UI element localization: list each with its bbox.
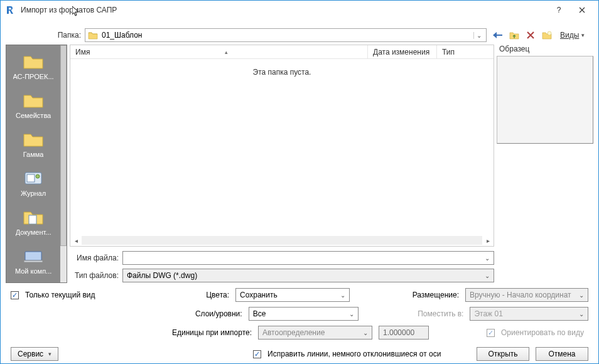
places-item-label: Документ... [16, 228, 51, 236]
orient-to-view-label: Ориентировать по виду [501, 328, 584, 337]
svg-point-3 [36, 174, 40, 178]
folder-icon [22, 53, 45, 70]
layers-value: Все [253, 309, 266, 318]
folder-toolbar: Папка: 01_Шаблон ⌄ Виды ▼ [1, 27, 598, 43]
fix-lines-checkbox[interactable] [253, 350, 261, 358]
svg-rect-5 [25, 252, 41, 260]
sort-asc-icon: ▴ [225, 49, 228, 55]
filetype-value: Файлы DWG (*.dwg) [127, 271, 197, 280]
folder-combobox[interactable]: 01_Шаблон ⌄ [85, 28, 487, 42]
help-button[interactable]: ? [549, 6, 568, 14]
units-scale-input: 1.000000 [379, 326, 429, 340]
placement-label: Размещение: [400, 291, 459, 299]
units-scale-value: 1.000000 [383, 328, 414, 337]
place-at-label: Поместить в: [407, 309, 463, 318]
current-view-only-label: Только текущий вид [25, 291, 95, 299]
svg-rect-6 [24, 260, 43, 262]
file-list-empty: Эта папка пуста. [70, 59, 494, 235]
colors-label: Цвета: [192, 291, 229, 299]
folder-icon [22, 131, 45, 148]
col-name-label: Имя [75, 48, 90, 56]
col-type[interactable]: Тип [437, 45, 494, 58]
filetype-dropdown-icon: ⌄ [485, 272, 490, 279]
place-at-value: Этаж 01 [474, 309, 502, 318]
scroll-left-icon[interactable]: ◂ [70, 237, 82, 244]
places-item[interactable]: Гамма [8, 126, 59, 163]
scroll-right-icon[interactable]: ▸ [482, 237, 494, 244]
delete-icon[interactable] [524, 29, 537, 41]
cancel-button[interactable]: Отмена [536, 347, 588, 361]
svg-point-0 [548, 31, 551, 35]
places-item[interactable]: Мой комп... [8, 242, 59, 280]
layers-combobox[interactable]: Все⌄ [249, 307, 359, 321]
placement-value: Вручную - Начало координат [470, 291, 571, 299]
preview-panel: Образец [497, 45, 593, 283]
places-item[interactable]: Документ... [8, 203, 59, 241]
units-label: Единицы при импорте: [159, 328, 252, 337]
close-button[interactable] [568, 1, 596, 19]
col-date[interactable]: Дата изменения [368, 45, 437, 58]
back-icon[interactable] [492, 29, 504, 41]
placement-combobox[interactable]: Вручную - Начало координат⌄ [465, 288, 588, 302]
folder-dropdown-icon: ⌄ [473, 32, 483, 39]
orient-to-view-checkbox [487, 329, 495, 337]
place-at-combobox: Этаж 01⌄ [470, 307, 588, 321]
col-name[interactable]: Имя ▴ [70, 45, 368, 58]
fix-lines-label: Исправить линии, немного отклонившиеся о… [267, 350, 441, 358]
filetype-label: Тип файлов: [70, 271, 122, 280]
service-button[interactable]: Сервис [11, 347, 58, 361]
places-item[interactable]: АС-ПРОЕК... [8, 48, 59, 85]
main-area: АС-ПРОЕК...СемействаГаммаЖурналДокумент.… [1, 45, 598, 283]
titlebar: Импорт из форматов САПР ? [1, 1, 598, 19]
places-item[interactable]: Журнал [8, 164, 59, 202]
views-label: Виды [560, 31, 579, 40]
places-item[interactable]: Семейства [8, 87, 59, 124]
places-sidebar: АС-ПРОЕК...СемействаГаммаЖурналДокумент.… [6, 45, 67, 283]
open-button[interactable]: Открыть [477, 347, 529, 361]
window-title: Импорт из форматов САПР [21, 6, 549, 14]
places-item-label: Семейства [16, 112, 51, 119]
layers-label: Слои/уровни: [180, 309, 242, 318]
views-menu[interactable]: Виды ▼ [557, 29, 588, 41]
folder-nav-icons: Виды ▼ [492, 29, 588, 41]
folder-icon [22, 92, 45, 109]
places-item-label: Мой комп... [15, 267, 51, 275]
file-fields: Имя файла: ⌄ Тип файлов: Файлы DWG (*.dw… [70, 250, 494, 283]
journal-icon [22, 169, 45, 187]
svg-rect-4 [29, 215, 36, 224]
places-item-label: АС-ПРОЕК... [13, 73, 54, 80]
units-value: Автоопределение [262, 328, 325, 337]
file-list-header[interactable]: Имя ▴ Дата изменения Тип [70, 45, 494, 59]
filename-label: Имя файла: [70, 254, 122, 262]
file-column: Имя ▴ Дата изменения Тип Эта папка пуста… [70, 45, 494, 283]
pc-icon [22, 247, 45, 265]
options-area: Только текущий вид Цвета: Сохранить⌄ Раз… [1, 283, 598, 364]
scroll-track[interactable] [82, 236, 482, 245]
documents-icon [22, 208, 45, 226]
preview-box [497, 56, 593, 144]
preview-header: Образец [497, 45, 593, 56]
new-folder-icon[interactable] [541, 29, 553, 41]
places-item-label: Журнал [21, 190, 46, 197]
file-list: Имя ▴ Дата изменения Тип Эта папка пуста… [70, 45, 494, 247]
up-folder-icon[interactable] [508, 29, 521, 41]
places-item-label: Гамма [23, 151, 44, 158]
filetype-combobox[interactable]: Файлы DWG (*.dwg) ⌄ [122, 269, 494, 282]
filename-input[interactable]: ⌄ [122, 251, 494, 265]
units-combobox[interactable]: Автоопределение⌄ [258, 326, 372, 340]
colors-value: Сохранить [240, 291, 278, 299]
current-view-only-checkbox[interactable] [11, 291, 19, 299]
file-list-hscroll[interactable]: ◂ ▸ [70, 235, 494, 246]
app-logo-icon [4, 4, 16, 16]
svg-rect-2 [27, 174, 35, 182]
colors-combobox[interactable]: Сохранить⌄ [235, 288, 350, 302]
folder-current-name: 01_Шаблон [102, 31, 470, 40]
filename-dropdown-icon: ⌄ [485, 255, 490, 262]
folder-label: Папка: [6, 31, 85, 40]
folder-icon [88, 31, 98, 40]
views-dropdown-icon: ▼ [580, 33, 585, 38]
places-scrollbar[interactable] [60, 45, 67, 282]
